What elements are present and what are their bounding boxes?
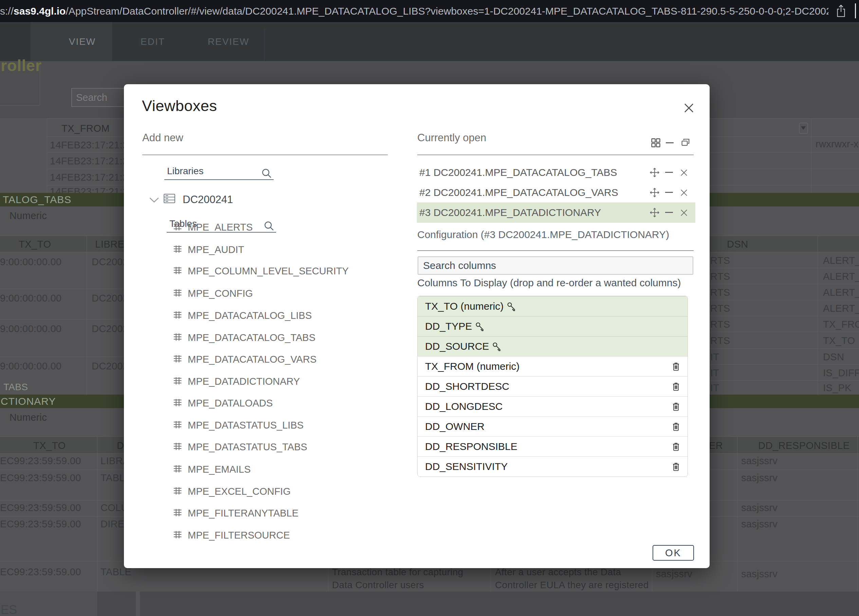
table-icon bbox=[172, 288, 183, 299]
table-option-label: MPE_EXCEL_CONFIG bbox=[188, 486, 290, 497]
table-cell-description: Transaction table for capturing Data Con… bbox=[332, 566, 485, 591]
table-cell: ALERT_USER bbox=[823, 303, 859, 314]
restore-layout-icon[interactable] bbox=[680, 138, 690, 148]
browser-address-bar[interactable]: s://sas9.4gl.io/AppStream/DataController… bbox=[0, 0, 859, 22]
chevron-down-icon[interactable] bbox=[149, 197, 159, 203]
table-option-label: MPE_EMAILS bbox=[188, 464, 251, 475]
table-cell: sasjssrv bbox=[741, 472, 778, 483]
close-icon[interactable] bbox=[680, 169, 688, 177]
table-cell: IS_PK bbox=[823, 382, 851, 394]
minimize-icon[interactable] bbox=[665, 212, 673, 213]
table-cell: ALERT_LIB bbox=[823, 287, 859, 298]
gridline bbox=[710, 349, 859, 349]
open-viewbox-3-selected[interactable]: #3 DC200241.MPE_DATADICTIONARY bbox=[417, 202, 695, 223]
table-option-label: MPE_ALERTS bbox=[188, 222, 253, 233]
trash-icon[interactable] bbox=[671, 461, 681, 472]
numeric-filter-label: Numeric bbox=[9, 412, 47, 423]
trash-icon[interactable] bbox=[671, 441, 681, 452]
table-cell: sasjssrv bbox=[741, 455, 778, 467]
move-icon[interactable] bbox=[649, 187, 660, 198]
table-cell: sasjssrv bbox=[656, 569, 692, 580]
move-icon[interactable] bbox=[649, 207, 660, 218]
table-icon bbox=[172, 441, 183, 453]
column-header-tx-from: TX_FROM bbox=[47, 123, 124, 134]
bottom-band bbox=[0, 591, 859, 616]
open-viewbox-1[interactable]: #1 DC200241.MPE_DATACATALOG_TABS bbox=[417, 162, 695, 182]
open-viewbox-label: #2 DC200241.MPE_DATACATALOG_VARS bbox=[419, 182, 618, 202]
table-cell: RTS bbox=[710, 287, 730, 298]
column-row-dd-type[interactable]: DD_TYPE bbox=[418, 316, 687, 336]
gridline bbox=[0, 356, 124, 357]
screen: s://sas9.4gl.io/AppStream/DataController… bbox=[0, 0, 859, 616]
column-label: DD_SOURCE bbox=[425, 341, 489, 352]
divider bbox=[417, 250, 693, 251]
minimize-icon[interactable] bbox=[665, 192, 673, 193]
panel-divider bbox=[40, 61, 40, 105]
table-cell: RTS bbox=[710, 303, 730, 314]
table-option-label: MPE_DATACATALOG_VARS bbox=[188, 354, 316, 365]
table-cell: sasjssrv bbox=[741, 502, 778, 513]
column-row-dd-source[interactable]: DD_SOURCE bbox=[418, 336, 687, 356]
table-cell: 14FEB23:17:21:2 bbox=[50, 139, 128, 151]
table-cell: TX_TO bbox=[823, 335, 855, 346]
trash-icon[interactable] bbox=[671, 381, 681, 392]
url-prefix: s:// bbox=[0, 5, 14, 17]
close-icon[interactable] bbox=[680, 189, 688, 197]
tab-review[interactable]: REVIEW bbox=[198, 22, 259, 61]
filter-dropdown-icon[interactable] bbox=[799, 123, 808, 134]
tree-node-library[interactable]: DC200241 bbox=[183, 194, 233, 206]
panel-divider bbox=[0, 105, 40, 106]
table-cell: DSN bbox=[823, 352, 844, 363]
table-option-label: MPE_FILTERSOURCE bbox=[188, 530, 290, 541]
key-icon bbox=[492, 341, 502, 352]
table-cell: IS_DIFF bbox=[823, 367, 859, 378]
column-row-dd-sensitivity[interactable]: DD_SENSITIVITY bbox=[418, 457, 687, 477]
minimize-all-icon[interactable] bbox=[666, 142, 674, 143]
column-row-tx-to[interactable]: TX_TO (numeric) bbox=[418, 296, 687, 316]
table-icon bbox=[172, 507, 183, 519]
trash-icon[interactable] bbox=[671, 361, 681, 372]
table-option-label: MPE_CONFIG bbox=[188, 288, 253, 299]
tile-layout-icon[interactable] bbox=[651, 138, 661, 148]
close-icon[interactable] bbox=[680, 209, 688, 217]
table-option-label: MPE_DATACATALOG_LIBS bbox=[188, 310, 312, 321]
url-path: /AppStream/DataController/#/view/data/DC… bbox=[66, 5, 828, 17]
minimize-icon[interactable] bbox=[665, 172, 673, 173]
search-columns-input[interactable] bbox=[418, 256, 693, 275]
table-option-label: MPE_DATASTATUS_TABS bbox=[188, 441, 307, 453]
text-cursor bbox=[855, 3, 856, 18]
column-row-tx-from[interactable]: TX_FROM (numeric) bbox=[418, 356, 687, 376]
trash-icon[interactable] bbox=[671, 401, 681, 412]
table-icon bbox=[172, 464, 183, 475]
table-cell: EC99:23:59:59.00 bbox=[0, 519, 81, 530]
move-icon[interactable] bbox=[649, 167, 660, 178]
column-label: DD_LONGDESC bbox=[425, 401, 503, 412]
column-header-partial: ER bbox=[709, 440, 723, 451]
add-new-heading: Add new bbox=[142, 132, 183, 144]
gridline bbox=[710, 364, 859, 365]
table-cell: EC99:23:59:59.00 bbox=[0, 472, 81, 483]
trash-icon[interactable] bbox=[671, 421, 681, 432]
gridline bbox=[0, 289, 124, 289]
scrollbar[interactable] bbox=[136, 591, 140, 616]
tab-view[interactable]: VIEW bbox=[53, 22, 112, 61]
column-row-dd-shortdesc[interactable]: DD_SHORTDESC bbox=[418, 376, 687, 396]
app-logo: roller bbox=[1, 56, 42, 75]
libraries-search-input[interactable] bbox=[164, 165, 274, 180]
tab-edit[interactable]: EDIT bbox=[122, 22, 183, 61]
ok-button[interactable]: OK bbox=[653, 545, 694, 561]
app-header: roller VIEW EDIT REVIEW bbox=[0, 22, 859, 61]
gridline bbox=[710, 332, 859, 332]
column-row-dd-responsible[interactable]: DD_RESPONSIBLE bbox=[418, 436, 687, 457]
columns-to-display-heading: Columns To Display (drop and re-order a … bbox=[417, 277, 681, 289]
gridline bbox=[710, 316, 859, 316]
column-header-dsn: DSN bbox=[727, 239, 748, 250]
table-cell: TX_FROM bbox=[823, 319, 859, 330]
close-icon[interactable] bbox=[684, 103, 694, 113]
column-label: TX_FROM (numeric) bbox=[425, 361, 520, 372]
column-row-dd-longdesc[interactable]: DD_LONGDESC bbox=[418, 396, 687, 416]
share-icon[interactable] bbox=[836, 4, 846, 18]
column-row-dd-owner[interactable]: DD_OWNER bbox=[418, 416, 687, 436]
open-viewbox-2[interactable]: #2 DC200241.MPE_DATACATALOG_VARS bbox=[417, 182, 695, 202]
table-icon bbox=[172, 221, 183, 233]
